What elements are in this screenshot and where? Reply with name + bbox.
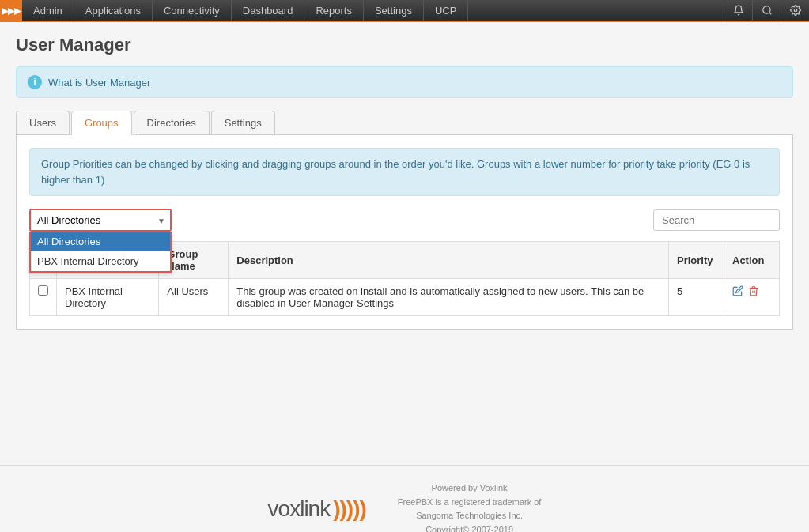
footer-powered-by: Powered by Voxlink [398, 481, 542, 496]
row-checkbox-cell [30, 279, 57, 316]
svg-line-1 [769, 13, 771, 15]
nav-logo: ▸▸▸ [0, 0, 22, 21]
tab-users[interactable]: Users [16, 111, 70, 134]
notification-icon-button[interactable] [724, 0, 752, 21]
row-priority: 5 [669, 279, 724, 316]
nav-item-dashboard[interactable]: Dashboard [232, 0, 305, 21]
tab-directories[interactable]: Directories [134, 111, 210, 134]
footer-company: Sangoma Technologies Inc. [398, 509, 542, 523]
nav-item-ucp[interactable]: UCP [424, 0, 468, 21]
svg-point-2 [794, 9, 797, 12]
row-group-name: All Users [159, 279, 229, 316]
table-row: PBX Internal Directory All Users This gr… [30, 279, 780, 316]
directory-dropdown-popup: All Directories PBX Internal Directory [29, 232, 172, 273]
directory-dropdown[interactable]: All Directories PBX Internal Directory ▼ [29, 209, 172, 232]
footer-waves-icon: ))))) [333, 496, 366, 522]
info-icon: i [28, 75, 42, 89]
tab-groups[interactable]: Groups [71, 111, 132, 135]
info-text: What is User Manager [48, 77, 150, 89]
top-navigation: ▸▸▸ Admin Applications Connectivity Dash… [0, 0, 809, 22]
nav-item-applications[interactable]: Applications [74, 0, 153, 21]
row-directory: PBX Internal Directory [57, 279, 159, 316]
page-footer: voxlink ))))) Powered by Voxlink FreePBX… [0, 465, 809, 532]
dropdown-option-all-directories[interactable]: All Directories [31, 232, 170, 251]
footer-info: Powered by Voxlink FreePBX is a register… [398, 481, 542, 532]
logo-waves-icon: ▸▸▸ [2, 3, 21, 18]
action-icons-group [732, 285, 771, 299]
delete-icon[interactable] [748, 285, 759, 299]
search-icon [762, 5, 773, 16]
footer-trademark: FreePBX is a registered trademark of [398, 496, 542, 510]
nav-item-settings[interactable]: Settings [364, 0, 424, 21]
filter-row: All Directories PBX Internal Directory ▼… [29, 209, 780, 232]
page-title: User Manager [16, 35, 793, 55]
footer-copyright: Copyright© 2007-2019 [398, 523, 542, 532]
edit-icon[interactable] [732, 285, 743, 299]
main-content: User Manager i What is User Manager User… [0, 22, 809, 465]
search-input[interactable] [653, 209, 780, 231]
col-description: Description [229, 242, 669, 279]
nav-item-admin[interactable]: Admin [22, 0, 74, 21]
nav-item-connectivity[interactable]: Connectivity [153, 0, 232, 21]
notification-icon [733, 5, 744, 16]
groups-info-banner: Group Priorities can be changed by click… [29, 148, 780, 196]
directory-select[interactable]: All Directories PBX Internal Directory [31, 210, 170, 230]
svg-point-0 [762, 6, 769, 13]
directory-filter-container: All Directories PBX Internal Directory ▼… [29, 209, 172, 232]
nav-icon-group [724, 0, 809, 21]
gear-icon [790, 5, 801, 16]
gear-icon-button[interactable] [781, 0, 809, 21]
tab-bar: Users Groups Directories Settings [16, 111, 793, 135]
info-box: i What is User Manager [16, 66, 793, 98]
tab-content-groups: Group Priorities can be changed by click… [16, 135, 793, 330]
row-checkbox[interactable] [38, 285, 48, 296]
tab-settings[interactable]: Settings [211, 111, 275, 134]
footer-logo: voxlink ))))) [268, 496, 366, 522]
row-action [724, 279, 780, 316]
footer-logo-text: voxlink [268, 496, 331, 522]
nav-menu: Admin Applications Connectivity Dashboar… [22, 0, 724, 21]
nav-item-reports[interactable]: Reports [304, 0, 364, 21]
row-description: This group was created on install and is… [229, 279, 669, 316]
dropdown-option-pbx-internal[interactable]: PBX Internal Directory [31, 251, 170, 271]
col-action: Action [724, 242, 780, 279]
col-priority: Priority [669, 242, 724, 279]
table-body: PBX Internal Directory All Users This gr… [30, 279, 780, 316]
search-icon-button[interactable] [752, 0, 781, 21]
